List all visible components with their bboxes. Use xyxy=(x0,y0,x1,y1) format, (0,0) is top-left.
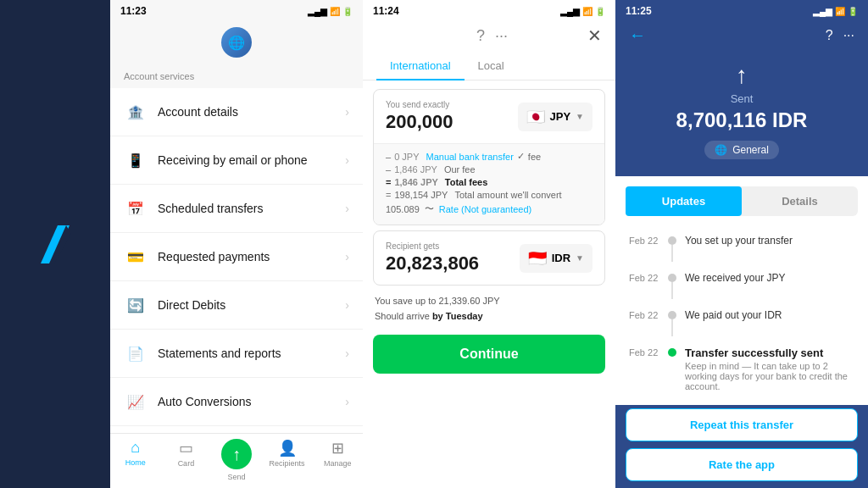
updates-list: Feb 22 You set up your transfer Feb 22 W… xyxy=(615,226,868,405)
chevron-icon: › xyxy=(345,153,349,167)
repeat-transfer-button[interactable]: Repeat this transfer xyxy=(626,408,858,441)
time-3: 11:25 xyxy=(626,5,652,17)
chevron-icon: › xyxy=(345,298,349,312)
recipient-label: Recipient gets xyxy=(386,241,479,251)
battery-icon-3: 🔋 xyxy=(848,7,858,16)
check-icon: ✓ xyxy=(517,151,525,162)
fee-icon: = xyxy=(386,177,391,187)
auto-conversions-icon: 📈 xyxy=(124,390,147,413)
toggle-tab-details[interactable]: Details xyxy=(742,186,858,216)
update-date-1: Feb 22 xyxy=(629,235,659,246)
chevron-icon: › xyxy=(345,202,349,215)
our-fee-label: Our fee xyxy=(444,164,476,175)
menu-item-scheduled[interactable]: 📅 Scheduled transfers › xyxy=(110,185,363,233)
fee-row-rate: 105.089 〜 Rate (Not guaranteed) xyxy=(386,202,593,215)
rate-link[interactable]: Rate (Not guaranteed) xyxy=(439,204,531,214)
update-date-3: Feb 22 xyxy=(629,309,659,320)
battery-icon: 🔋 xyxy=(342,7,353,16)
jpy-flag: 🇯🇵 xyxy=(526,108,545,126)
nav-item-home[interactable]: ⌂ Home xyxy=(110,439,161,481)
account-details-icon: 🏦 xyxy=(124,100,147,124)
savings-row: You save up to 21,339.60 JPY xyxy=(363,291,615,309)
menu-item-auto-conversions[interactable]: 📈 Auto Conversions › xyxy=(110,378,363,426)
time-2: 11:24 xyxy=(373,5,399,17)
signal-icon: ▂▄▆ xyxy=(308,7,327,16)
screen1-header: 🌐 xyxy=(110,20,363,66)
toggle-tab-updates[interactable]: Updates xyxy=(626,186,742,216)
recipient-row: Recipient gets 20,823,806 🇮🇩 IDR ▼ xyxy=(374,231,604,285)
manual-bank-link[interactable]: Manual bank transfer xyxy=(426,152,513,162)
menu-item-receiving[interactable]: 📱 Receiving by email or phone › xyxy=(110,136,363,185)
send-label: You send exactly xyxy=(386,100,453,109)
dot-col-2 xyxy=(668,272,676,299)
menu-item-requested-payments[interactable]: 💳 Requested payments › xyxy=(110,233,363,281)
fee-label: fee xyxy=(528,152,541,162)
update-item-4: Feb 22 Transfer successfully sent Keep i… xyxy=(629,347,854,391)
menu-item-statements[interactable]: 📄 Statements and reports › xyxy=(110,330,363,378)
more-icon[interactable]: ··· xyxy=(495,27,508,45)
home-icon: ⌂ xyxy=(131,439,140,457)
sent-arrow-icon: ↑ xyxy=(629,62,854,89)
receiving-icon: 📱 xyxy=(124,148,147,172)
idr-code: IDR xyxy=(552,252,570,264)
screen2-header: ? ··· ✕ xyxy=(363,20,615,53)
update-line-1 xyxy=(671,245,673,262)
status-icons-3: ▂▄▆ 📶 🔋 xyxy=(813,7,858,16)
help-icon[interactable]: ? xyxy=(476,27,485,45)
send-amount-row: You send exactly 200,000 🇯🇵 JPY ▼ xyxy=(374,90,604,143)
savings-text: You save up to 21,339.60 JPY xyxy=(375,296,500,306)
continue-button[interactable]: Continue xyxy=(373,335,605,374)
recipient-amount[interactable]: 20,823,806 xyxy=(386,252,479,274)
idr-flag: 🇮🇩 xyxy=(528,249,547,268)
menu-item-account-details[interactable]: 🏦 Account details › xyxy=(110,88,363,136)
screen2-transfer: 11:24 ▂▄▆ 📶 🔋 ? ··· ✕ International Loca… xyxy=(363,0,615,488)
update-subtext-success: Keep in mind — It can take up to 2 worki… xyxy=(685,361,854,391)
menu-item-direct-debits[interactable]: 🔄 Direct Debits › xyxy=(110,281,363,330)
send-button[interactable]: ↑ xyxy=(221,439,252,469)
total-fee-amount: 1,846 JPY xyxy=(394,177,437,187)
send-amount[interactable]: 200,000 xyxy=(386,111,453,133)
update-text-success: Transfer successfully sent xyxy=(685,347,854,359)
sent-amount: 8,700,116 IDR xyxy=(629,108,854,132)
nav-item-card[interactable]: ▭ Card xyxy=(161,439,212,481)
sent-label: Sent xyxy=(629,92,854,105)
battery-icon-2: 🔋 xyxy=(595,7,605,16)
screen1-account-services: 11:23 ▂▄▆ 📶 🔋 🌐 Account services 🏦 Accou… xyxy=(110,0,363,488)
update-dot-1 xyxy=(668,236,676,245)
nav-label-card: Card xyxy=(178,459,195,468)
manual-fee-amount: 0 JPY xyxy=(394,152,419,162)
tab-international[interactable]: International xyxy=(376,53,465,80)
nav-label-manage: Manage xyxy=(324,459,352,468)
update-dot-2 xyxy=(668,274,676,282)
update-text-1: You set up your transfer xyxy=(685,235,854,247)
nav-item-send[interactable]: ↑ Send xyxy=(211,439,262,481)
fee-icon: – xyxy=(386,152,391,162)
tab-local[interactable]: Local xyxy=(465,53,518,80)
wifi-icon-2: 📶 xyxy=(582,7,593,16)
send-currency-selector[interactable]: 🇯🇵 JPY ▼ xyxy=(518,103,593,131)
arrive-day: by Tuesday xyxy=(432,311,483,321)
update-item-2: Feb 22 We received your JPY xyxy=(629,272,854,299)
more-icon-3[interactable]: ··· xyxy=(843,28,854,43)
scheduled-icon: 📅 xyxy=(124,197,147,220)
recipient-currency-selector[interactable]: 🇮🇩 IDR ▼ xyxy=(520,244,593,273)
help-icon-3[interactable]: ? xyxy=(826,28,833,43)
status-bar-1: 11:23 ▂▄▆ 📶 🔋 xyxy=(110,0,363,20)
chevron-icon: › xyxy=(345,105,349,119)
close-button[interactable]: ✕ xyxy=(587,25,602,46)
convert-amount: 198,154 JPY xyxy=(394,190,448,200)
back-button[interactable]: ← xyxy=(629,25,646,45)
bottom-nav: ⌂ Home ▭ Card ↑ Send 👤 Recipients ⊞ Mana… xyxy=(110,433,363,488)
nav-item-manage[interactable]: ⊞ Manage xyxy=(312,439,363,481)
recipient-currency-arrow: ▼ xyxy=(576,253,584,263)
update-text-2: We received your JPY xyxy=(685,272,854,284)
nav-item-recipients[interactable]: 👤 Recipients xyxy=(262,439,313,481)
avatar[interactable]: 🌐 xyxy=(221,27,252,58)
status-icons-2: ▂▄▆ 📶 🔋 xyxy=(560,7,605,16)
update-dot-4-success xyxy=(668,348,676,357)
our-fee-amount: 1,846 JPY xyxy=(394,164,437,175)
rate-app-button[interactable]: Rate the app xyxy=(626,448,858,481)
jpy-code: JPY xyxy=(550,110,571,123)
arrive-row: Should arrive by Tuesday xyxy=(363,309,615,330)
arrive-text: Should arrive xyxy=(375,311,430,321)
